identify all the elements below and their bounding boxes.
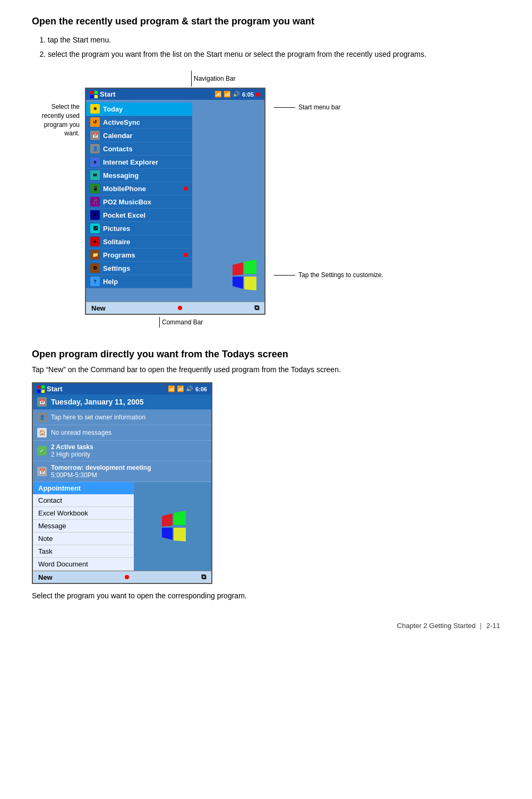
menu-item-messaging[interactable]: ✉ Messaging	[86, 169, 192, 182]
windows-flag-icon-2	[157, 511, 188, 543]
svg-rect-10	[37, 390, 40, 393]
contacts-icon: 👤	[90, 144, 100, 153]
menu-item-excel[interactable]: X Pocket Excel	[86, 209, 192, 222]
svg-marker-14	[162, 528, 173, 540]
svg-rect-9	[41, 385, 45, 389]
phone-command-bar: New ⧉	[86, 302, 264, 314]
today-owner-row[interactable]: 👤 Tap here to set owner information	[33, 410, 211, 425]
section1-title: Open the recently used program & start t…	[32, 16, 500, 27]
svg-marker-7	[244, 277, 256, 290]
phone-screenshot-1: Start 📶 📶 🔊 6:05	[85, 88, 265, 315]
apt-item-word[interactable]: Word Document	[33, 558, 134, 571]
svg-marker-6	[233, 277, 243, 289]
help-icon: ?	[90, 277, 100, 286]
svg-rect-2	[90, 95, 93, 98]
today-calendar-row[interactable]: 📅 Tomorrow: development meeting 5:00PM-5…	[33, 461, 211, 482]
svg-marker-12	[162, 513, 173, 527]
apt-item-contact[interactable]: Contact	[33, 494, 134, 507]
svg-rect-0	[90, 91, 93, 94]
section2-title: Open program directly you want from the …	[32, 349, 500, 360]
appointment-menu: Appointment Contact Excel Workbook Messa…	[33, 482, 134, 571]
programs-icon: 📁	[90, 250, 100, 260]
section2-footer: Select the program you want to open the …	[32, 591, 500, 600]
phone-screenshot-2: Start 📶 📶 🔊 6:06 📅 Tuesday, January 11, …	[32, 382, 212, 584]
apt-item-excel[interactable]: Excel Workbook	[33, 507, 134, 520]
messages-icon: 🏠	[37, 428, 47, 437]
menu-item-ie[interactable]: e Internet Explorer	[86, 156, 192, 169]
svg-rect-11	[41, 390, 45, 393]
calendar-icon: 📅	[90, 131, 100, 140]
start-button[interactable]: Start	[90, 90, 116, 98]
signal-info: 📶 📶 🔊 6:05	[214, 91, 260, 98]
pictures-icon: 🖼	[90, 224, 100, 233]
menu-item-pictures[interactable]: 🖼 Pictures	[86, 222, 192, 235]
phone2-start[interactable]: Start	[37, 385, 63, 393]
left-annotation: Select the recently used program you wan…	[32, 71, 85, 138]
windows-flag-bottom	[227, 260, 259, 293]
windows-logo-icon	[90, 91, 98, 98]
programs-dot	[184, 253, 188, 257]
svg-marker-5	[244, 260, 256, 274]
menu-item-help[interactable]: ? Help	[86, 275, 192, 288]
mobilephone-dot	[184, 186, 188, 191]
start-menu: ☀ Today ↺ ActiveSync 📅 Calendar	[86, 102, 192, 288]
svg-marker-13	[174, 511, 186, 525]
svg-rect-1	[95, 91, 98, 94]
section2: Open program directly you want from the …	[32, 349, 500, 600]
phone2-nav-bar: Start 📶 📶 🔊 6:06	[33, 383, 211, 394]
section1: Open the recently used program & start t…	[32, 16, 500, 328]
tasks-icon: ✓	[37, 446, 47, 456]
activesync-icon: ↺	[90, 117, 100, 127]
phone2-content: 📅 Tuesday, January 11, 2005 👤 Tap here t…	[33, 394, 211, 571]
red-dot	[256, 92, 260, 97]
menu-item-contacts[interactable]: 👤 Contacts	[86, 142, 192, 156]
musicbox-icon: 🎵	[90, 197, 100, 207]
mobilephone-icon: 📱	[90, 184, 100, 193]
command-bar-dot	[178, 306, 182, 310]
step2: select the program you want from the lis…	[48, 49, 500, 60]
appointment-area: Appointment Contact Excel Workbook Messa…	[33, 482, 211, 571]
menu-item-calendar[interactable]: 📅 Calendar	[86, 129, 192, 142]
apt-item-note[interactable]: Note	[33, 532, 134, 545]
cal-icon: 📅	[37, 467, 47, 476]
today-date-row: 📅 Tuesday, January 11, 2005	[33, 394, 211, 410]
svg-marker-4	[233, 262, 243, 276]
menu-item-activesync[interactable]: ↺ ActiveSync	[86, 116, 192, 129]
chapter-footer: Chapter 2 Getting Started ｜ 2-11	[32, 621, 500, 631]
tap-settings-annotation: Tap the Settings to customize.	[274, 271, 383, 279]
date-icon: 📅	[37, 397, 47, 407]
menu-item-today[interactable]: ☀ Today	[86, 102, 192, 116]
menu-item-settings[interactable]: ⚙ Settings	[86, 262, 192, 275]
svg-rect-8	[37, 385, 40, 389]
phone2-command-bar: New ⧉	[33, 571, 211, 583]
step1: tap the Start menu.	[48, 35, 500, 46]
step-list: tap the Start menu. select the program y…	[48, 35, 500, 60]
today-messages-row[interactable]: 🏠 No unread messages	[33, 425, 211, 441]
phone2-right-logo	[134, 482, 211, 571]
solitaire-icon: ♠	[90, 237, 100, 246]
menu-item-programs[interactable]: 📁 Programs	[86, 248, 192, 262]
settings-icon: ⚙	[90, 263, 100, 273]
today-icon: ☀	[90, 104, 100, 114]
owner-icon: 👤	[37, 413, 47, 422]
command-bar-dot-2	[125, 575, 129, 579]
phone2-status: 📶 📶 🔊 6:06	[168, 385, 207, 392]
nav-bar-annotation: Navigation Bar	[191, 71, 236, 87]
menu-item-mobilephone[interactable]: 📱 MobilePhone	[86, 182, 192, 195]
apt-item-task[interactable]: Task	[33, 545, 134, 558]
excel-icon: X	[90, 210, 100, 220]
today-tasks-row[interactable]: ✓ 2 Active tasks 2 High priority	[33, 441, 211, 461]
svg-rect-3	[95, 95, 98, 98]
apt-header: Appointment	[33, 482, 134, 494]
right-annotations: Start menu bar Tap the Settings to custo…	[265, 88, 383, 295]
messaging-icon: ✉	[90, 170, 100, 180]
command-bar-annotation: Command Bar	[159, 317, 203, 328]
menu-item-solitaire[interactable]: ♠ Solitaire	[86, 235, 192, 248]
start-menu-bar-annotation: Start menu bar	[274, 104, 383, 111]
svg-marker-15	[174, 528, 186, 542]
windows-logo-icon-2	[37, 385, 45, 393]
section2-desc: Tap “New” on the Command bar to open the…	[32, 365, 500, 374]
ie-icon: e	[90, 157, 100, 167]
apt-item-message[interactable]: Message	[33, 520, 134, 532]
menu-item-musicbox[interactable]: 🎵 PO2 MusicBox	[86, 195, 192, 209]
